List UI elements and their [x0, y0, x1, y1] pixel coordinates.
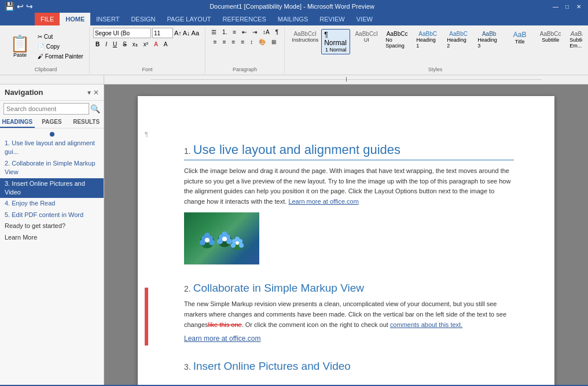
font-name-input[interactable]	[93, 28, 151, 38]
nav-item-ready[interactable]: Ready to get started?	[0, 220, 104, 231]
nav-item-learn[interactable]: Learn More	[0, 232, 104, 243]
svg-point-20	[236, 241, 239, 245]
cut-button[interactable]: ✂ Cut	[35, 32, 86, 41]
styles-label: Styles	[288, 65, 582, 72]
minimize-button[interactable]: —	[551, 2, 560, 11]
paragraph-label: Paragraph	[209, 65, 281, 72]
tab-file[interactable]: FILE	[35, 13, 60, 25]
buffcom-logo-icon: 🐂	[311, 384, 387, 385]
nav-search-icon[interactable]: 🔍	[90, 104, 100, 113]
font-size-decrease[interactable]: A↓	[183, 30, 190, 36]
ribbon-tabs: FILE HOME INSERT DESIGN PAGE LAYOUT REFE…	[0, 13, 588, 25]
bold-button[interactable]: B	[93, 40, 102, 49]
style-no-spacing[interactable]: AaBbCc No Spacing	[383, 29, 411, 50]
multilevel-button[interactable]: ≡	[230, 28, 238, 36]
tab-design[interactable]: DESIGN	[125, 13, 161, 25]
heading-3-number: 3.	[184, 362, 191, 372]
heading-3: 3.Insert Online Pictures and Video	[184, 360, 514, 373]
window-controls: — □ ✕	[551, 2, 583, 11]
nav-item-3[interactable]: 3. Insert Online Pictures and Video	[0, 178, 104, 198]
main-area: Navigation ▾ ✕ 🔍 HEADINGS PAGES RESULTS …	[0, 84, 588, 385]
style-heading1[interactable]: AaBbC Heading 1	[413, 29, 442, 50]
paste-label: Paste	[13, 52, 27, 58]
para-2: The new Simple Markup revision view pres…	[184, 299, 514, 330]
tab-review[interactable]: REVIEW	[314, 13, 350, 25]
superscript-button[interactable]: x²	[141, 40, 150, 49]
svg-point-3	[204, 233, 210, 238]
tab-insert[interactable]: INSERT	[90, 13, 125, 25]
font-color-button[interactable]: A	[152, 40, 160, 49]
navigation-panel: Navigation ▾ ✕ 🔍 HEADINGS PAGES RESULTS …	[0, 84, 104, 385]
style-subtle-emphasis[interactable]: AaBbCc Subtle Em...	[567, 29, 582, 50]
nav-indicator-dot	[50, 132, 54, 137]
tracked-change: like this one	[208, 321, 242, 328]
style-ui[interactable]: AaBbCcI UI	[352, 29, 381, 45]
close-button[interactable]: ✕	[574, 2, 583, 11]
svg-point-4	[200, 240, 205, 245]
sort-button[interactable]: ↕A	[260, 28, 272, 36]
font-size-increase[interactable]: A↑	[174, 30, 182, 36]
nav-close-button[interactable]: ✕	[93, 89, 99, 97]
svg-point-19	[239, 243, 244, 248]
strikethrough-button[interactable]: S	[120, 40, 129, 49]
tab-home[interactable]: HOME	[60, 13, 90, 25]
decrease-indent-button[interactable]: ⇤	[240, 28, 249, 36]
style-instructions[interactable]: AaBbCcI Instructions	[291, 29, 319, 45]
line-spacing-button[interactable]: ↕	[248, 38, 255, 46]
font-group: A↑ A↓ Aa B I U S x₂ x² A A Font	[90, 27, 205, 73]
style-subtitle[interactable]: AaBbCc Subtitle	[536, 29, 565, 45]
tab-view[interactable]: VIEW	[351, 13, 378, 25]
nav-tab-headings[interactable]: HEADINGS	[0, 117, 35, 128]
style-heading2[interactable]: AaBbC Heading 2	[444, 29, 473, 50]
copy-button[interactable]: 📄 Copy	[35, 42, 86, 51]
paste-button[interactable]: 📋 Paste	[6, 34, 34, 60]
svg-point-5	[209, 240, 215, 245]
tab-mailings[interactable]: MAILINGS	[272, 13, 314, 25]
heading-1: 1.Use live layout and alignment guides	[184, 142, 514, 160]
tab-page-layout[interactable]: PAGE LAYOUT	[161, 13, 217, 25]
numbering-button[interactable]: 1.	[220, 28, 229, 36]
font-size-input[interactable]	[152, 28, 173, 38]
align-right-button[interactable]: ≡	[230, 38, 238, 46]
svg-point-10	[222, 231, 227, 237]
align-center-button[interactable]: ≡	[220, 38, 229, 46]
ribbon: 📋 Paste ✂ Cut 📄 Copy 🖌 Format Painter Cl…	[0, 25, 588, 75]
format-painter-button[interactable]: 🖌 Format Painter	[35, 52, 86, 61]
increase-indent-button[interactable]: ⇥	[250, 28, 259, 36]
nav-item-1[interactable]: 1. Use live layout and alignment gui...	[0, 138, 104, 158]
underline-button[interactable]: U	[111, 40, 119, 49]
nav-item-2[interactable]: 2. Collaborate in Simple Markup View	[0, 158, 104, 178]
learn-more-link-2[interactable]: Learn more at office.com	[184, 334, 261, 343]
shading-button[interactable]: 🎨	[256, 38, 268, 46]
style-normal[interactable]: ¶ Normal 1 Normal	[321, 29, 350, 54]
style-title[interactable]: AaB Title	[505, 29, 534, 46]
nav-item-4[interactable]: 4. Enjoy the Read	[0, 198, 104, 209]
clear-formatting-button[interactable]: Aa	[192, 30, 199, 36]
bullets-button[interactable]: ☰	[209, 28, 219, 36]
heading-2-number: 2.	[184, 284, 191, 293]
subscript-button[interactable]: x₂	[130, 40, 140, 49]
nav-search-input[interactable]	[3, 103, 89, 115]
nav-tab-pages[interactable]: PAGES	[35, 117, 69, 128]
clipboard-group: 📋 Paste ✂ Cut 📄 Copy 🖌 Format Painter Cl…	[2, 27, 90, 73]
maximize-button[interactable]: □	[563, 2, 572, 11]
italic-button[interactable]: I	[103, 40, 109, 49]
highlight-button[interactable]: A	[161, 40, 170, 49]
borders-button[interactable]: ⊞	[269, 38, 278, 46]
comments-link[interactable]: comments about this text.	[390, 321, 462, 328]
learn-more-link-1[interactable]: Learn more at office.com	[288, 198, 358, 205]
document-area[interactable]: ¶ 1.Use live layout and alignment guides…	[104, 84, 588, 385]
para-mark: ¶	[145, 131, 148, 138]
style-heading3[interactable]: AaBb Heading 3	[475, 29, 504, 50]
nav-expand-button[interactable]: ▾	[87, 89, 91, 97]
nav-tab-results[interactable]: RESULTS	[69, 117, 104, 128]
align-left-button[interactable]: ≡	[211, 38, 219, 46]
svg-point-17	[235, 237, 240, 241]
show-marks-button[interactable]: ¶	[273, 28, 281, 36]
justify-button[interactable]: ≡	[238, 38, 247, 46]
section-1: 1.Use live layout and alignment guides C…	[184, 142, 514, 264]
flowers-svg	[196, 224, 248, 259]
nav-item-5[interactable]: 5. Edit PDF content in Word	[0, 209, 104, 220]
svg-point-11	[217, 238, 223, 244]
tab-references[interactable]: REFERENCES	[217, 13, 272, 25]
